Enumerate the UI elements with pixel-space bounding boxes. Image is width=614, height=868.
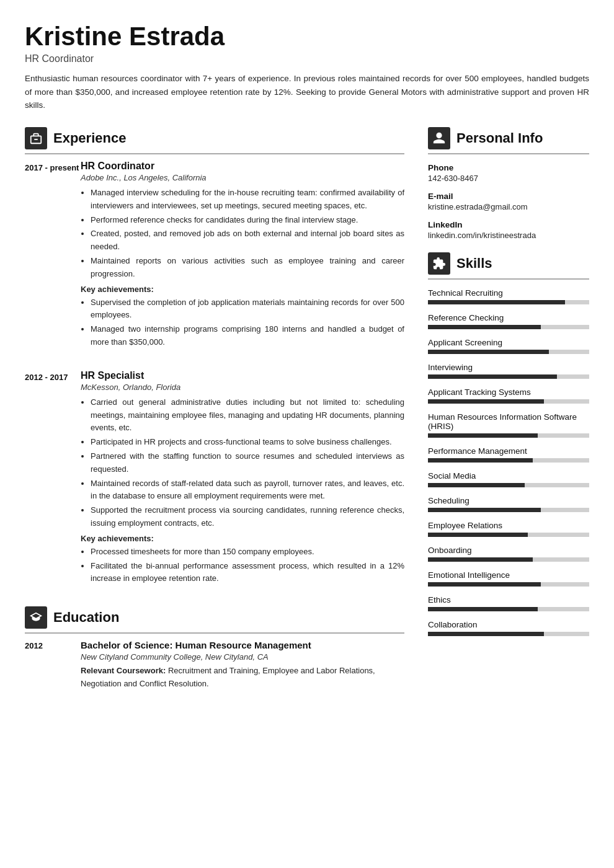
skill-name: Emotional Intelligence (428, 570, 589, 580)
skill-bar-fill (428, 582, 541, 587)
exp-bullet: Managed interview scheduling for the in-… (91, 187, 404, 213)
exp-bullets: Managed interview scheduling for the in-… (81, 187, 404, 281)
personal-info-list: Phone142-630-8467E-mailkristine.estrada@… (428, 163, 589, 240)
skill-bar-fill (428, 533, 528, 537)
personal-info-item: Phone142-630-8467 (428, 163, 589, 183)
skill-bar-bg (428, 582, 589, 587)
candidate-name: Kristine Estrada (25, 22, 589, 51)
svg-rect-0 (34, 139, 38, 140)
person-icon (432, 131, 446, 145)
personal-info-label: E-mail (428, 192, 589, 201)
edu-degree: Bachelor of Science: Human Resource Mana… (81, 640, 404, 650)
graduation-icon (29, 611, 43, 624)
personal-info-heading: Personal Info (456, 130, 543, 146)
exp-details: HR CoordinatorAdobe Inc., Los Angeles, C… (81, 161, 404, 353)
skill-item: Applicant Tracking Systems (428, 388, 589, 404)
education-section-title: Education (25, 606, 404, 634)
exp-bullet: Performed reference checks for candidate… (91, 214, 404, 227)
skill-name: Employee Relations (428, 521, 589, 530)
personal-info-title: Personal Info (428, 127, 589, 154)
skill-item: Emotional Intelligence (428, 570, 589, 587)
skill-bar-bg (428, 374, 589, 379)
skill-item: Applicant Screening (428, 338, 589, 354)
skill-bar-fill (428, 325, 541, 329)
exp-bullet: Maintained records of staff-related data… (91, 477, 404, 503)
personal-info-value: kristine.estrada@gmail.com (428, 202, 589, 211)
skill-bar-fill (428, 374, 557, 379)
skill-item: Technical Recruiting (428, 288, 589, 304)
experience-section: Experience 2017 - presentHR CoordinatorA… (25, 127, 404, 589)
exp-achievement: Facilitated the bi-annual performance as… (91, 560, 404, 586)
edu-institution: New Cityland Community College, New City… (81, 652, 404, 662)
skill-name: Reference Checking (428, 313, 589, 322)
exp-achievement: Processed timesheets for more than 150 c… (91, 546, 404, 559)
skills-icon-box (428, 252, 450, 275)
skill-bar-bg (428, 300, 589, 304)
education-list: 2012Bachelor of Science: Human Resource … (25, 640, 404, 691)
exp-bullet: Carried out general administrative dutie… (91, 396, 404, 435)
skill-name: Interviewing (428, 363, 589, 372)
exp-bullet: Participated in HR projects and cross-fu… (91, 436, 404, 449)
experience-section-title: Experience (25, 127, 404, 154)
skill-bar-fill (428, 458, 533, 463)
skill-item: Interviewing (428, 363, 589, 379)
experience-item: 2012 - 2017HR SpecialistMcKesson, Orland… (25, 370, 404, 589)
skill-name: Social Media (428, 471, 589, 480)
personal-info-item: LinkedInlinkedin.com/in/kristineestrada (428, 220, 589, 240)
skill-bar-bg (428, 458, 589, 463)
skill-item: Onboarding (428, 546, 589, 562)
key-achievements-label: Key achievements: (81, 534, 404, 543)
skill-bar-bg (428, 325, 589, 329)
experience-item: 2017 - presentHR CoordinatorAdobe Inc., … (25, 161, 404, 353)
skill-name: Performance Management (428, 446, 589, 456)
personal-info-label: Phone (428, 163, 589, 172)
exp-bullet: Created, posted, and removed job ads on … (91, 228, 404, 254)
exp-achievement: Managed two internship programs comprisi… (91, 323, 404, 349)
skill-bar-bg (428, 557, 589, 562)
skill-bar-bg (428, 433, 589, 438)
exp-company: Adobe Inc., Los Angeles, California (81, 173, 404, 182)
exp-bullet: Maintained reports on various activities… (91, 255, 404, 281)
skill-name: Onboarding (428, 546, 589, 555)
exp-achievements: Processed timesheets for more than 150 c… (81, 546, 404, 585)
skill-name: Technical Recruiting (428, 288, 589, 298)
skill-bar-bg (428, 483, 589, 487)
exp-bullet: Supported the recruitment process via so… (91, 504, 404, 530)
candidate-summary: Enthusiastic human resources coordinator… (25, 72, 589, 112)
edu-coursework: Relevant Coursework: Recruitment and Tra… (81, 665, 404, 691)
personal-info-item: E-mailkristine.estrada@gmail.com (428, 192, 589, 211)
skill-item: Scheduling (428, 496, 589, 512)
skill-bar-fill (428, 607, 538, 611)
skill-bar-fill (428, 433, 538, 438)
skill-bar-bg (428, 632, 589, 636)
skill-item: Reference Checking (428, 313, 589, 329)
skill-name: Ethics (428, 595, 589, 604)
skill-bar-fill (428, 300, 565, 304)
skill-name: Collaboration (428, 620, 589, 629)
skill-item: Ethics (428, 595, 589, 611)
skill-bar-fill (428, 508, 541, 512)
skill-item: Human Resources Information Software (HR… (428, 412, 589, 438)
skill-name: Applicant Screening (428, 338, 589, 347)
exp-bullets: Carried out general administrative dutie… (81, 396, 404, 530)
exp-years: 2017 - present (25, 161, 81, 353)
skill-bar-fill (428, 483, 525, 487)
exp-achievement: Supervised the completion of job applica… (91, 296, 404, 322)
skill-name: Scheduling (428, 496, 589, 505)
exp-bullet: Partnered with the staffing function to … (91, 450, 404, 476)
skill-item: Employee Relations (428, 521, 589, 537)
exp-years: 2012 - 2017 (25, 370, 81, 589)
resume-header: Kristine Estrada HR Coordinator Enthusia… (25, 22, 589, 112)
skill-bar-fill (428, 399, 544, 404)
skills-section-title: Skills (428, 252, 589, 280)
skill-item: Collaboration (428, 620, 589, 636)
candidate-job-title: HR Coordinator (25, 53, 589, 64)
skill-bar-fill (428, 632, 544, 636)
education-section: Education 2012Bachelor of Science: Human… (25, 606, 404, 691)
experience-heading: Experience (53, 130, 126, 146)
skills-icon (432, 257, 446, 270)
personal-info-value: linkedin.com/in/kristineestrada (428, 231, 589, 240)
skill-item: Performance Management (428, 446, 589, 463)
skill-name: Applicant Tracking Systems (428, 388, 589, 397)
personal-info-icon-box (428, 127, 450, 149)
